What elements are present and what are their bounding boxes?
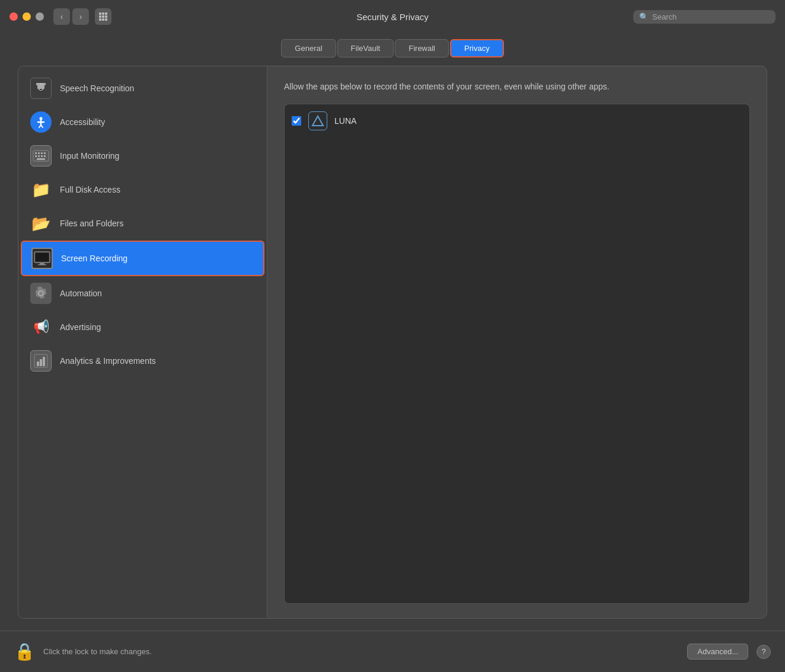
svg-rect-0: [99, 12, 101, 15]
svg-rect-34: [38, 264, 46, 265]
svg-rect-37: [40, 359, 42, 366]
sidebar-item-label-full-disk-access: Full Disk Access: [60, 185, 120, 194]
maximize-button[interactable]: [36, 12, 44, 21]
grid-button[interactable]: [95, 8, 111, 25]
svg-rect-8: [105, 18, 107, 21]
chart-icon: [30, 350, 52, 372]
sidebar-item-speech-recognition[interactable]: Speech Recognition: [21, 72, 264, 105]
svg-rect-2: [105, 12, 107, 15]
sidebar-item-input-monitoring[interactable]: Input Monitoring: [21, 139, 264, 172]
description-text: Allow the apps below to record the conte…: [284, 81, 750, 93]
search-icon: 🔍: [639, 12, 649, 21]
tab-general[interactable]: General: [281, 39, 336, 57]
svg-rect-32: [36, 253, 49, 261]
svg-rect-10: [37, 85, 44, 89]
sidebar-item-accessibility[interactable]: Accessibility: [21, 105, 264, 139]
accessibility-icon: [30, 111, 52, 133]
sidebar-item-advertising[interactable]: 📢 Advertising: [21, 311, 264, 344]
luna-app-name: LUNA: [334, 116, 356, 126]
tab-filevault[interactable]: FileVault: [337, 39, 394, 57]
svg-rect-33: [40, 263, 44, 264]
svg-rect-36: [37, 361, 39, 366]
svg-rect-30: [37, 158, 45, 160]
svg-rect-4: [102, 15, 104, 18]
sidebar-item-label-screen-recording: Screen Recording: [61, 254, 127, 263]
minimize-button[interactable]: [23, 12, 31, 21]
luna-app-icon: [308, 111, 327, 130]
close-button[interactable]: [9, 12, 18, 21]
search-bar: 🔍: [633, 10, 776, 24]
titlebar: ‹ › Security & Privacy 🔍: [0, 0, 785, 33]
folder-icon: 📁: [30, 179, 52, 200]
svg-rect-29: [44, 155, 46, 157]
inner-panel: Speech Recognition Accessibility: [18, 66, 767, 619]
forward-button[interactable]: ›: [72, 8, 89, 25]
svg-rect-26: [35, 155, 37, 157]
lock-icon: 🔒: [14, 642, 35, 661]
tab-firewall[interactable]: Firewall: [395, 39, 449, 57]
advanced-button[interactable]: Advanced...: [687, 644, 748, 660]
search-input[interactable]: [652, 12, 770, 21]
svg-rect-38: [43, 357, 45, 366]
gear-icon: [30, 283, 52, 304]
svg-rect-24: [41, 152, 43, 154]
sidebar-item-full-disk-access[interactable]: 📁 Full Disk Access: [21, 173, 264, 206]
megaphone-icon: 📢: [30, 316, 52, 338]
svg-rect-12: [42, 89, 43, 90]
sidebar-item-label-advertising: Advertising: [60, 322, 101, 332]
svg-rect-5: [105, 15, 107, 18]
keyboard-icon: [30, 145, 52, 167]
traffic-lights: [9, 12, 44, 21]
sidebar-item-screen-recording[interactable]: Screen Recording: [21, 241, 264, 276]
sidebar-item-analytics-improvements[interactable]: Analytics & Improvements: [21, 344, 264, 377]
right-panel: Allow the apps below to record the conte…: [267, 66, 767, 618]
svg-rect-28: [41, 155, 43, 157]
svg-rect-6: [99, 18, 101, 21]
sidebar-item-label-accessibility: Accessibility: [60, 117, 105, 127]
sidebar-item-label-input-monitoring: Input Monitoring: [60, 151, 119, 161]
svg-rect-27: [38, 155, 40, 157]
sidebar: Speech Recognition Accessibility: [18, 66, 267, 618]
window-title: Security & Privacy: [356, 12, 429, 22]
tab-privacy[interactable]: Privacy: [450, 39, 504, 57]
svg-rect-22: [35, 152, 37, 154]
luna-checkbox[interactable]: [292, 116, 301, 126]
svg-rect-3: [99, 15, 101, 18]
back-button[interactable]: ‹: [53, 8, 70, 25]
sidebar-item-label-automation: Automation: [60, 289, 102, 298]
sidebar-item-label-files-and-folders: Files and Folders: [60, 219, 123, 228]
sidebar-item-label-analytics-improvements: Analytics & Improvements: [60, 356, 156, 366]
svg-marker-39: [312, 116, 323, 126]
app-list: LUNA: [284, 104, 750, 604]
app-row-luna[interactable]: LUNA: [285, 107, 749, 135]
svg-rect-23: [38, 152, 40, 154]
svg-rect-13: [40, 90, 42, 91]
sidebar-item-automation[interactable]: Automation: [21, 277, 264, 310]
nav-buttons: ‹ ›: [53, 8, 111, 25]
bottom-bar: 🔒 Click the lock to make changes. Advanc…: [0, 631, 785, 672]
svg-rect-7: [102, 18, 104, 21]
window-content: General FileVault Firewall Privacy: [0, 33, 785, 631]
help-button[interactable]: ?: [757, 645, 771, 659]
lock-text: Click the lock to make changes.: [43, 647, 679, 656]
svg-rect-25: [44, 152, 46, 154]
tabs: General FileVault Firewall Privacy: [18, 39, 767, 57]
microphone-icon: [30, 78, 52, 99]
sidebar-item-label-speech-recognition: Speech Recognition: [60, 84, 134, 93]
svg-rect-1: [102, 12, 104, 15]
screen-icon: [31, 248, 53, 269]
svg-rect-11: [39, 89, 40, 90]
folder2-icon: 📂: [30, 213, 52, 234]
sidebar-item-files-and-folders[interactable]: 📂 Files and Folders: [21, 207, 264, 240]
